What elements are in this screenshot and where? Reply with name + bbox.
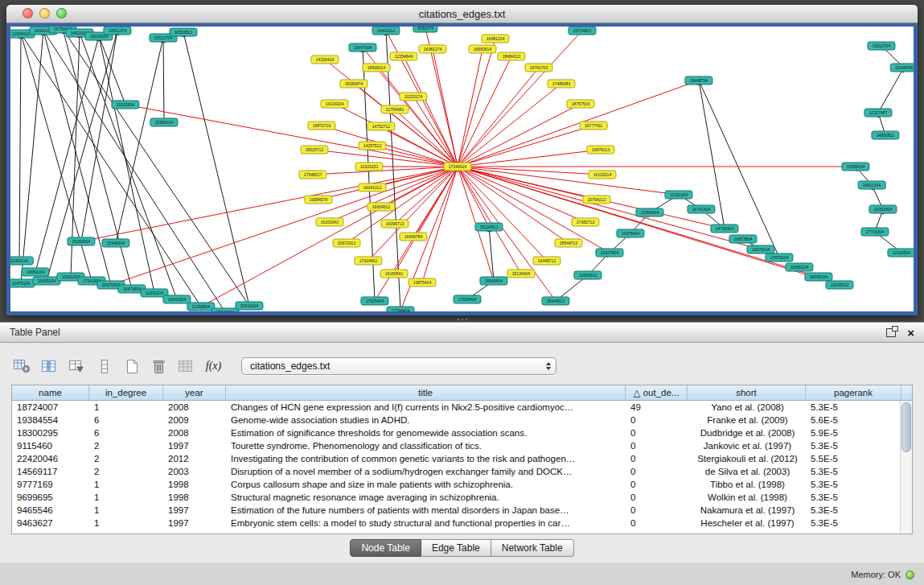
graph-node[interactable]: 16150541 — [380, 270, 408, 278]
graph-node[interactable]: 14795304 — [710, 225, 738, 233]
graph-node[interactable]: 17240916 — [443, 163, 471, 171]
import-table-button[interactable] — [66, 356, 88, 377]
table-row[interactable]: 1938455462009Genome-wide association stu… — [12, 414, 912, 426]
graph-node[interactable]: 19124204 — [320, 100, 348, 109]
graph-node[interactable]: 18044512 — [541, 297, 569, 306]
window-zoom-button[interactable] — [56, 8, 67, 19]
graph-node[interactable]: 13220174 — [399, 93, 427, 101]
table-row[interactable]: 977716911998Corpus callosum shape and si… — [12, 478, 912, 491]
column-header-pagerank[interactable]: pagerank — [806, 385, 901, 400]
graph-node[interactable]: 16604512 — [367, 203, 395, 212]
graph-node[interactable]: 12754981 — [380, 105, 409, 114]
graph-node[interactable]: 17635404 — [453, 295, 481, 304]
graph-node[interactable]: 11350104 — [10, 257, 33, 266]
graph-node[interactable]: 15724813 — [568, 27, 596, 35]
graph-node[interactable]: 14752712 — [367, 122, 395, 131]
window-titlebar[interactable]: citations_edges.txt — [6, 5, 918, 23]
graph-node[interactable]: 16504512 — [573, 271, 602, 280]
graph-node[interactable]: 16872716 — [307, 122, 335, 130]
table-row[interactable]: 1456911722003Disruption of a novel membe… — [12, 465, 912, 478]
graph-node[interactable]: 18757516 — [566, 100, 594, 109]
graph-node[interactable]: 16876213 — [586, 146, 614, 154]
graph-node[interactable]: 18549712 — [554, 239, 582, 248]
graph-node[interactable]: 20543104 — [235, 302, 263, 311]
graph-node[interactable]: 16442312 — [372, 27, 400, 35]
graph-node[interactable]: 14850831 — [871, 131, 899, 140]
graph-node[interactable]: 19650104 — [21, 268, 49, 277]
tab-edge-table[interactable]: Edge Table — [421, 539, 491, 557]
graph-node[interactable]: 17082712 — [571, 218, 599, 227]
create-column-button[interactable] — [121, 356, 142, 377]
graph-node[interactable]: 18281874 — [339, 80, 368, 89]
graph-node[interactable]: 16326152 — [355, 163, 383, 171]
graph-node[interactable]: 15937804 — [595, 249, 623, 257]
graph-node[interactable]: 12954604 — [635, 208, 663, 217]
column-header-in_degree[interactable]: in_degree — [89, 385, 163, 400]
graph-node[interactable]: 16580104 — [785, 263, 813, 272]
graph-node[interactable]: 16981274 — [418, 45, 446, 54]
graph-node[interactable]: 13501274 — [103, 27, 131, 35]
graph-node[interactable]: 19875414 — [408, 278, 436, 287]
column-header-out_de[interactable]: △ out_de... — [626, 385, 688, 400]
graph-node[interactable]: 16095713 — [380, 220, 409, 229]
graph-node[interactable]: 16945604 — [479, 277, 507, 286]
graph-node[interactable]: 12217987 — [864, 109, 892, 117]
graph-node[interactable]: 12161304 — [664, 191, 692, 200]
graph-node[interactable]: 16811304 — [858, 181, 886, 190]
graph-node[interactable]: 10975404 — [616, 229, 644, 238]
row-cells-button[interactable] — [93, 356, 115, 377]
column-header-short[interactable]: short — [688, 385, 806, 400]
graph-node[interactable]: 16041312 — [358, 183, 386, 192]
table-row[interactable]: 2242004622012Investigating the contribut… — [12, 452, 912, 465]
column-header-name[interactable]: name — [12, 385, 89, 400]
graph-node[interactable]: 14200416 — [310, 56, 339, 64]
table-row[interactable]: 969969511998Structural magnetic resonanc… — [12, 491, 912, 504]
graph-node[interactable]: 14257512 — [358, 142, 386, 150]
graph-node[interactable]: 15134906 — [507, 270, 535, 278]
graph-node[interactable]: 15647904 — [348, 43, 376, 52]
float-panel-icon[interactable] — [886, 328, 896, 337]
function-builder-button[interactable]: f(x) — [203, 356, 224, 377]
graph-node[interactable]: 15948304 — [101, 239, 129, 248]
table-row[interactable]: 1830029562008Estimation of significance … — [12, 426, 912, 439]
close-panel-icon[interactable]: × — [907, 327, 914, 339]
graph-node[interactable]: 17548227 — [298, 171, 326, 179]
table-row[interactable]: 911546021997Tourette syndrome. Phenomeno… — [12, 439, 912, 452]
graph-node[interactable]: 16103214 — [588, 171, 616, 179]
graph-node[interactable]: 16203342 — [315, 218, 343, 227]
graph-node[interactable]: 17594404 — [386, 307, 414, 312]
graph-node[interactable]: 16495712 — [532, 257, 561, 266]
table-row[interactable]: 946362711997Embryonic stem cells: a mode… — [12, 517, 912, 529]
graph-node[interactable]: 15958104 — [841, 163, 869, 171]
graph-node[interactable]: 18606014 — [362, 64, 390, 72]
window-close-button[interactable] — [23, 8, 33, 19]
graph-node[interactable]: 16533812 — [169, 28, 197, 37]
network-canvas[interactable]: 1724091616981274122546491860601418281874… — [10, 27, 914, 311]
graph-node[interactable]: 12010504 — [887, 249, 914, 257]
rename-column-button[interactable] — [175, 356, 197, 377]
graph-node[interactable]: 20672913 — [332, 239, 360, 248]
vertical-scrollbar[interactable] — [900, 401, 912, 534]
delete-column-button[interactable] — [148, 356, 170, 377]
graph-node[interactable]: 16777411 — [580, 122, 608, 130]
table-source-select[interactable]: citations_edges.txt — [241, 357, 556, 375]
graph-node[interactable]: 16873804 — [729, 235, 757, 244]
graph-node[interactable]: 20580104 — [150, 118, 178, 127]
split-handle[interactable] — [455, 317, 470, 321]
graph-node[interactable]: 17924562 — [354, 257, 382, 266]
show-columns-button[interactable] — [39, 356, 60, 377]
graph-node[interactable]: 20021504 — [111, 101, 139, 109]
graph-node[interactable]: 10475104 — [10, 279, 35, 288]
graph-node[interactable]: 18684312 — [497, 52, 525, 61]
graph-node[interactable]: 16981204 — [481, 35, 509, 43]
table-row[interactable]: 946554611997Estimation of the future num… — [12, 504, 912, 517]
tab-node-table[interactable]: Node Table — [350, 539, 421, 557]
tab-network-table[interactable]: Network Table — [491, 539, 574, 557]
graph-node[interactable]: 8183074 — [413, 27, 437, 33]
graph-node[interactable]: 16995784 — [399, 233, 427, 241]
graph-node[interactable]: 15913704 — [867, 42, 895, 51]
table-options-button[interactable] — [11, 356, 33, 377]
graph-node[interactable]: 19761703 — [524, 64, 552, 72]
table-row[interactable]: 1872400712008Changes of HCN gene express… — [12, 401, 912, 414]
graph-node[interactable]: 18025712 — [300, 146, 328, 154]
